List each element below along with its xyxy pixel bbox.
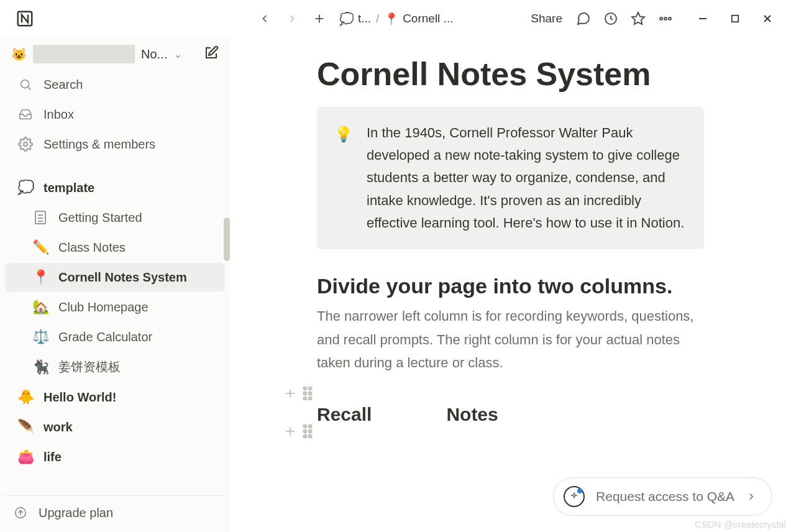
text-block[interactable]: The narrower left column is for recordin… (317, 305, 704, 374)
column-heading-recall[interactable]: Recall (317, 404, 372, 425)
sidebar-page-template[interactable]: 💭 template (5, 173, 225, 202)
svg-point-5 (660, 17, 662, 20)
sidebar-page-getting-started[interactable]: Getting Started (5, 203, 225, 232)
sidebar-page-work[interactable]: 🪶 work (5, 413, 225, 441)
block-handle[interactable] (283, 424, 313, 438)
add-block-icon (283, 424, 297, 438)
page-icon: 👛 (17, 449, 34, 465)
sidebar-item-label: Class Notes (58, 241, 126, 255)
sidebar-item-label: work (43, 420, 73, 434)
chevron-right-icon (746, 491, 757, 502)
nav-back-button[interactable] (252, 6, 277, 31)
svg-point-31 (304, 435, 306, 438)
breadcrumb-seg2-icon: 📍 (384, 12, 399, 26)
new-page-button[interactable] (307, 6, 332, 31)
compose-button[interactable] (204, 45, 219, 63)
sidebar-page-cornell[interactable]: 📍 Cornell Notes System (5, 263, 225, 291)
svg-point-21 (304, 392, 306, 395)
page-icon: 🐈‍⬛ (32, 359, 48, 375)
svg-point-24 (309, 397, 311, 400)
breadcrumb-seg-1[interactable]: 💭 t... (339, 12, 371, 26)
svg-point-20 (309, 387, 311, 390)
svg-point-27 (304, 425, 306, 428)
sidebar-page-ginger[interactable]: 🐈‍⬛ 姜饼资模板 (5, 352, 225, 382)
sidebar-page-hello[interactable]: 🐥 Hello World! (5, 383, 225, 411)
upgrade-icon (12, 505, 29, 521)
notion-logo-icon (16, 9, 34, 28)
workspace-switcher[interactable]: 😺 No... ⌄ (0, 40, 230, 70)
window-maximize-button[interactable] (719, 6, 751, 31)
comments-icon[interactable] (571, 6, 596, 31)
sidebar-item-label: Grade Calculator (58, 330, 152, 344)
sidebar-page-club[interactable]: 🏡 Club Homepage (5, 293, 225, 321)
workspace-redacted (33, 45, 135, 63)
heading-block[interactable]: Divide your page into two columns. (317, 274, 704, 298)
sidebar-search[interactable]: Search (5, 70, 225, 99)
svg-point-28 (309, 425, 311, 428)
sidebar-page-life[interactable]: 👛 life (5, 443, 225, 471)
window-close-button[interactable] (751, 6, 784, 31)
page-icon: 🏡 (32, 299, 48, 315)
page-icon: 💭 (17, 180, 34, 196)
sidebar-scrollbar[interactable] (224, 218, 230, 261)
updates-icon[interactable] (598, 6, 623, 31)
sidebar-item-label: Club Homepage (58, 300, 149, 314)
page-icon: 🪶 (17, 419, 34, 435)
svg-point-14 (24, 142, 27, 146)
titlebar: 💭 t... / 📍 Cornell ... Share (0, 0, 791, 37)
share-button[interactable]: Share (524, 12, 569, 25)
svg-point-23 (304, 397, 306, 400)
svg-point-32 (309, 435, 311, 438)
workspace-name: No... (141, 47, 167, 62)
sidebar-settings[interactable]: Settings & members (5, 130, 225, 158)
sidebar-upgrade-label: Upgrade plan (39, 506, 113, 520)
breadcrumb-seg1-icon: 💭 (339, 12, 354, 26)
window-minimize-button[interactable] (687, 6, 719, 31)
lightbulb-icon: 💡 (334, 122, 353, 234)
workspace-emoji: 😺 (11, 47, 27, 62)
page-title[interactable]: Cornell Notes System (317, 56, 704, 93)
sidebar-page-class-notes[interactable]: ✏️ Class Notes (5, 233, 225, 262)
sidebar-upgrade[interactable]: Upgrade plan (0, 495, 230, 530)
sidebar-inbox-label: Inbox (43, 108, 74, 122)
svg-point-29 (304, 430, 306, 433)
callout-block[interactable]: 💡 In the 1940s, Cornell Professor Walter… (317, 107, 704, 249)
column-heading-notes[interactable]: Notes (446, 404, 498, 425)
qa-request-pill[interactable]: Request access to Q&A (553, 477, 772, 516)
sidebar-item-label: life (43, 450, 62, 464)
sidebar-item-label: Cornell Notes System (58, 270, 187, 285)
document-icon (32, 209, 48, 226)
chevron-down-icon: ⌄ (173, 47, 183, 61)
svg-point-22 (309, 392, 311, 395)
sparkle-icon (564, 486, 585, 507)
svg-point-7 (669, 17, 671, 20)
svg-marker-4 (632, 12, 644, 24)
page-icon: 🐥 (17, 389, 34, 405)
inbox-icon (17, 106, 34, 122)
sidebar-item-label: 姜饼资模板 (58, 359, 121, 375)
block-handle[interactable] (283, 387, 313, 400)
nav-forward-button[interactable] (280, 6, 304, 31)
breadcrumb: 💭 t... / 📍 Cornell ... (339, 12, 453, 26)
sidebar: 😺 No... ⌄ Search Inbox Settings & member… (0, 37, 230, 532)
watermark: CSDN @createcrystal (695, 519, 786, 530)
sidebar-inbox[interactable]: Inbox (5, 100, 225, 129)
breadcrumb-seg-2[interactable]: 📍 Cornell ... (384, 12, 453, 26)
sidebar-page-grade[interactable]: ⚖️ Grade Calculator (5, 323, 225, 351)
breadcrumb-seg2-label: Cornell ... (403, 12, 453, 25)
sidebar-item-label: Hello World! (43, 390, 116, 405)
breadcrumb-separator: / (376, 12, 379, 25)
page-icon: ⚖️ (32, 329, 48, 345)
svg-rect-9 (732, 16, 739, 22)
favorite-icon[interactable] (626, 6, 651, 31)
add-block-icon (283, 387, 297, 400)
gear-icon (17, 136, 34, 152)
page-icon: 📍 (32, 269, 48, 285)
sidebar-item-label: template (43, 181, 94, 195)
svg-point-6 (664, 17, 667, 20)
svg-line-13 (28, 87, 30, 89)
search-icon (17, 76, 34, 93)
more-icon[interactable] (653, 6, 678, 31)
drag-handle-icon (302, 387, 313, 400)
svg-point-30 (309, 430, 311, 433)
